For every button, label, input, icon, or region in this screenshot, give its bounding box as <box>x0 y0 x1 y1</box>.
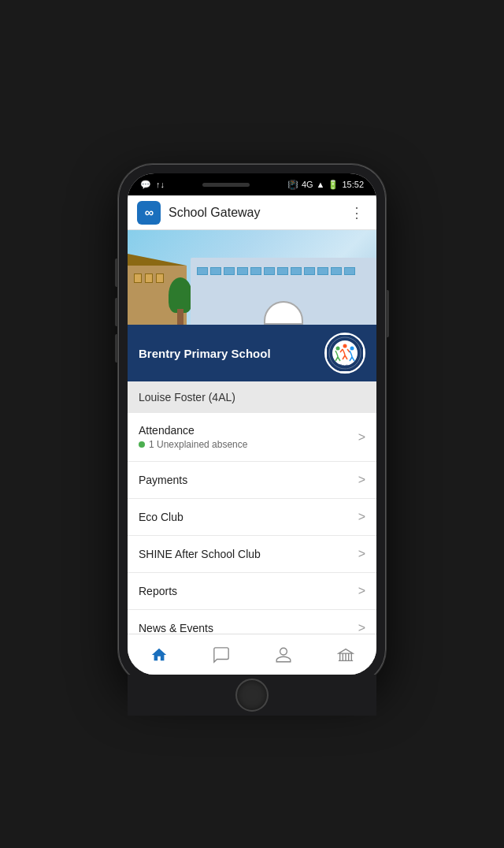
menu-list: Attendance 1 Unexplained absence > Payme… <box>128 413 376 634</box>
infinity-icon: ∞ <box>145 206 153 220</box>
tree-top <box>169 277 192 313</box>
shine-title: SHINE After School Club <box>139 548 358 560</box>
school-header: Brentry Primary School <box>128 325 376 381</box>
school-name: Brentry Primary School <box>139 347 271 360</box>
nav-profile[interactable] <box>252 640 314 670</box>
bank-icon <box>337 646 354 664</box>
bottom-nav <box>128 634 376 675</box>
menu-item-payments[interactable]: Payments > <box>128 462 376 499</box>
person-icon <box>275 646 292 664</box>
status-center <box>165 183 287 187</box>
win-12 <box>344 267 355 275</box>
news-chevron: > <box>358 621 365 634</box>
menu-item-eco-club[interactable]: Eco Club > <box>128 499 376 536</box>
shine-content: SHINE After School Club <box>139 548 358 560</box>
svg-point-6 <box>350 347 354 351</box>
old-roof <box>128 254 187 266</box>
tree-trunk <box>177 309 183 325</box>
news-title: News & Events <box>139 622 358 634</box>
whatsapp-icon: 💬 <box>140 180 151 190</box>
network-label: 4G <box>302 180 313 189</box>
home-button[interactable] <box>235 679 269 712</box>
reports-title: Reports <box>139 585 358 597</box>
svg-text:Primary School: Primary School <box>337 368 354 371</box>
status-bar: 💬 ↑↓ 📳 4G ▲ 🔋 15:52 <box>128 173 376 195</box>
eco-club-chevron: > <box>358 510 365 524</box>
app-bar: ∞ School Gateway ⋮ <box>128 195 376 230</box>
battery-icon: 🔋 <box>328 180 339 190</box>
payments-content: Payments <box>139 474 358 486</box>
building-windows <box>197 267 370 275</box>
user-bar: Louise Foster (4AL) <box>128 381 376 413</box>
win-11 <box>331 267 342 275</box>
win-4 <box>237 267 248 275</box>
eco-club-content: Eco Club <box>139 511 358 523</box>
win-10 <box>317 267 328 275</box>
arch-entrance <box>264 301 303 325</box>
news-content: News & Events <box>139 622 358 634</box>
phone-frame: 💬 ↑↓ 📳 4G ▲ 🔋 15:52 ∞ School Gateway ⋮ <box>118 164 386 684</box>
shine-chevron: > <box>358 547 365 561</box>
app-title: School Gateway <box>169 206 346 220</box>
win-5 <box>250 267 261 275</box>
payments-title: Payments <box>139 474 358 486</box>
school-logo: Brentry Primary School <box>324 333 365 374</box>
attendance-title: Attendance <box>139 424 358 437</box>
message-icon <box>213 646 230 664</box>
win-2 <box>210 267 221 275</box>
building-scene <box>128 230 376 325</box>
svg-point-5 <box>343 344 347 348</box>
old-windows <box>134 273 164 283</box>
svg-text:Brentry: Brentry <box>339 363 351 367</box>
payments-chevron: > <box>358 473 365 487</box>
svg-point-4 <box>336 347 340 351</box>
win-6 <box>264 267 275 275</box>
nav-messages[interactable] <box>190 640 252 670</box>
win-9 <box>304 267 315 275</box>
home-button-area <box>128 675 376 716</box>
signal-icon: ▲ <box>317 180 325 189</box>
reports-chevron: > <box>358 584 365 598</box>
main-content: Brentry Primary School <box>128 230 376 634</box>
attendance-sub: 1 Unexplained absence <box>139 439 358 450</box>
menu-item-attendance[interactable]: Attendance 1 Unexplained absence > <box>128 413 376 462</box>
hero-banner <box>128 230 376 325</box>
vibrate-icon: 📳 <box>287 180 298 190</box>
menu-item-news[interactable]: News & Events > <box>128 610 376 634</box>
school-logo-svg: Brentry Primary School <box>327 335 363 371</box>
window-2 <box>145 273 153 283</box>
app-logo: ∞ <box>137 201 161 225</box>
win-1 <box>197 267 208 275</box>
win-7 <box>277 267 288 275</box>
time-display: 15:52 <box>342 180 364 189</box>
speaker <box>202 183 250 187</box>
more-button[interactable]: ⋮ <box>346 201 367 225</box>
status-right: 📳 4G ▲ 🔋 15:52 <box>287 180 364 190</box>
tree <box>169 277 192 325</box>
window-1 <box>134 273 142 283</box>
absence-indicator <box>139 441 145 448</box>
attendance-content: Attendance 1 Unexplained absence <box>139 424 358 450</box>
menu-item-reports[interactable]: Reports > <box>128 573 376 610</box>
eco-club-title: Eco Club <box>139 511 358 523</box>
nav-bank[interactable] <box>314 640 376 670</box>
reports-content: Reports <box>139 585 358 597</box>
absence-text: 1 Unexplained absence <box>149 439 247 450</box>
menu-item-shine[interactable]: SHINE After School Club > <box>128 536 376 573</box>
nav-icon: ↑↓ <box>156 180 165 189</box>
win-8 <box>291 267 302 275</box>
main-building <box>191 258 376 325</box>
window-3 <box>156 273 164 283</box>
status-left-icons: 💬 ↑↓ <box>140 180 165 190</box>
phone-screen: 💬 ↑↓ 📳 4G ▲ 🔋 15:52 ∞ School Gateway ⋮ <box>128 173 376 675</box>
win-3 <box>224 267 235 275</box>
nav-home[interactable] <box>128 640 190 670</box>
home-icon <box>150 646 168 664</box>
attendance-chevron: > <box>358 430 365 444</box>
user-name: Louise Foster (4AL) <box>139 391 235 404</box>
